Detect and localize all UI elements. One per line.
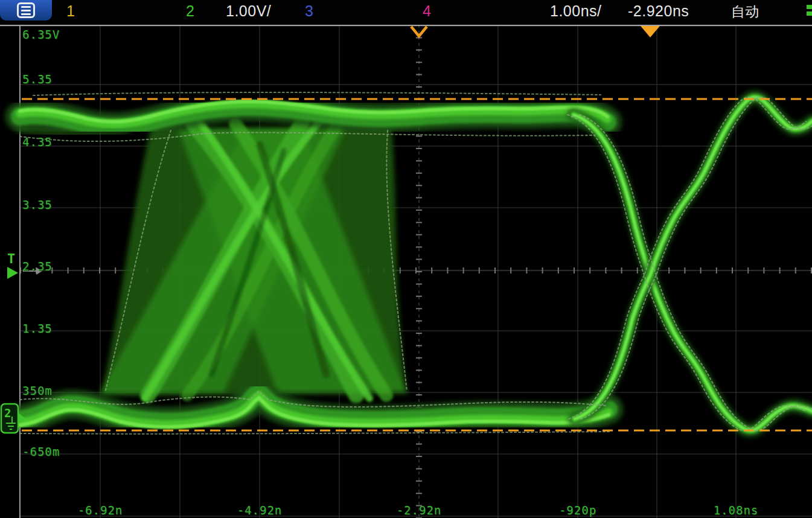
trigger-delay-readout[interactable]: -2.920ns [628,2,689,20]
menu-button[interactable] [0,0,52,21]
trigger-level-arrow-icon [7,267,18,279]
channel3-label[interactable]: 3 [305,2,313,20]
channel2-marker-number: 2 [4,406,11,420]
channel1-label[interactable]: 1 [66,2,75,20]
menu-list-icon [17,2,35,18]
acquisition-mode-readout[interactable]: 自动 [731,2,759,21]
trigger-level-marker[interactable]: T [7,251,18,279]
timebase-readout[interactable]: 1.00ns/ [550,2,602,20]
channel2-label[interactable]: 2 [186,2,194,20]
y-axis-label: 2.35 [22,260,53,273]
y-axis-label: 5.35 [22,72,53,86]
clipped-indicator-icon [807,5,812,9]
status-bar: 1 2 1.00V/ 3 4 1.00ns/ -2.920ns 自动 [0,0,812,25]
x-axis-label: -6.92n [73,504,127,517]
channel4-label[interactable]: 4 [423,2,431,20]
vertical-scale-readout[interactable]: 1.00V/ [226,2,271,20]
trigger-level-letter: T [7,251,15,266]
y-axis-label: 4.35 [22,135,53,149]
y-axis-label: 3.35 [22,198,53,211]
x-axis-label: -4.92n [232,504,287,517]
y-axis-label: 6.35V [22,28,60,41]
y-axis-label: 1.35 [22,322,53,335]
oscilloscope-screen: 1 2 1.00V/ 3 4 1.00ns/ -2.920ns 自动 [0,0,812,518]
x-axis-label: 1.08ns [709,504,763,517]
y-axis-label: 350m [22,384,53,397]
waveform-display: T 2 [0,0,812,518]
x-axis-label: -2.92n [392,504,446,517]
clipped-indicator-icon [807,11,812,16]
x-axis-label: -920p [551,504,605,517]
y-axis-label: -650m [22,445,60,458]
